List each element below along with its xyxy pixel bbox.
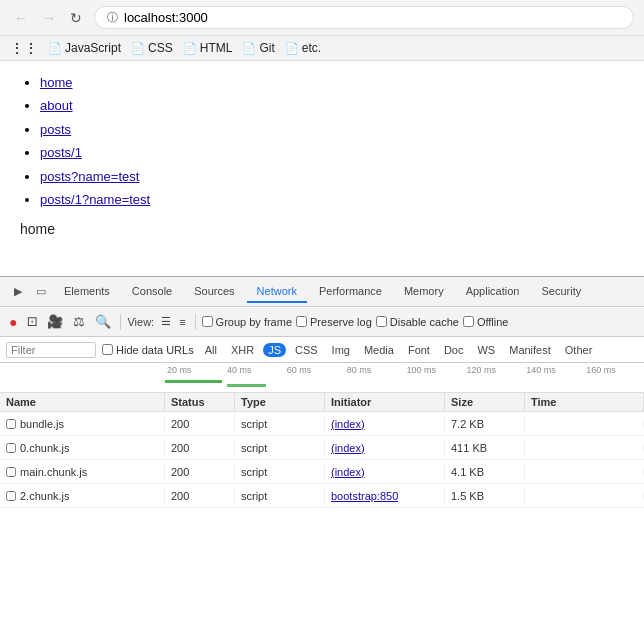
browser-toolbar: ← → ↻ ⓘ localhost:3000 bbox=[0, 0, 644, 36]
offline-checkbox-item[interactable]: Offline bbox=[463, 316, 509, 328]
filter-tags: AllXHRJSCSSImgMediaFontDocWSManifestOthe… bbox=[200, 343, 598, 357]
filter-tag-media[interactable]: Media bbox=[359, 343, 399, 357]
td-name: bundle.js bbox=[0, 415, 165, 433]
search-button[interactable]: 🔍 bbox=[92, 312, 114, 331]
th-type: Type bbox=[235, 393, 325, 411]
timeline-label: 100 ms bbox=[405, 365, 465, 375]
filter-tag-all[interactable]: All bbox=[200, 343, 222, 357]
filter-tag-xhr[interactable]: XHR bbox=[226, 343, 259, 357]
tab-memory[interactable]: Memory bbox=[394, 281, 454, 303]
offline-checkbox[interactable] bbox=[463, 316, 474, 327]
toolbar-separator-1 bbox=[120, 314, 121, 330]
filter-tag-doc[interactable]: Doc bbox=[439, 343, 469, 357]
group-by-frame-label: Group by frame bbox=[216, 316, 292, 328]
td-size: 4.1 KB bbox=[445, 463, 525, 481]
nav-link-about[interactable]: about bbox=[40, 98, 73, 113]
td-name: main.chunk.js bbox=[0, 463, 165, 481]
record-button[interactable]: ● bbox=[6, 312, 20, 332]
table-row[interactable]: 0.chunk.js 200 script (index) 411 KB bbox=[0, 436, 644, 460]
nav-link-posts_name_test[interactable]: posts?name=test bbox=[40, 169, 139, 184]
initiator-link[interactable]: (index) bbox=[331, 466, 365, 478]
view-list-button[interactable]: ☰ bbox=[158, 313, 174, 330]
devtools-toolbar: ● ⚀ 🎥 ⚖ 🔍 View: ☰ ≡ Group by frame Prese… bbox=[0, 307, 644, 337]
camera-button[interactable]: 🎥 bbox=[44, 312, 66, 331]
filter-tag-img[interactable]: Img bbox=[327, 343, 355, 357]
filter-tag-manifest[interactable]: Manifest bbox=[504, 343, 556, 357]
disable-cache-checkbox-item[interactable]: Disable cache bbox=[376, 316, 459, 328]
td-time bbox=[525, 469, 644, 475]
filter-tag-font[interactable]: Font bbox=[403, 343, 435, 357]
row-checkbox[interactable] bbox=[6, 467, 16, 477]
tab-console[interactable]: Console bbox=[122, 281, 182, 303]
timeline-bar-1 bbox=[165, 380, 222, 383]
timeline-label: 60 ms bbox=[285, 365, 345, 375]
group-by-frame-checkbox[interactable] bbox=[202, 316, 213, 327]
row-checkbox[interactable] bbox=[6, 419, 16, 429]
lock-icon: ⓘ bbox=[107, 10, 118, 25]
bookmark-html-label: HTML bbox=[200, 41, 233, 55]
tab-network[interactable]: Network bbox=[247, 281, 307, 303]
filter-tag-other[interactable]: Other bbox=[560, 343, 598, 357]
bookmark-html-icon: 📄 bbox=[183, 42, 197, 55]
td-size: 1.5 KB bbox=[445, 487, 525, 505]
preserve-log-checkbox-item[interactable]: Preserve log bbox=[296, 316, 372, 328]
table-header: Name Status Type Initiator Size Time bbox=[0, 393, 644, 412]
hide-data-urls-label: Hide data URLs bbox=[116, 344, 194, 356]
preserve-log-checkbox[interactable] bbox=[296, 316, 307, 327]
bookmark-javascript[interactable]: 📄 JavaScript bbox=[48, 41, 121, 55]
tab-elements[interactable]: Elements bbox=[54, 281, 120, 303]
forward-button[interactable]: → bbox=[38, 8, 60, 28]
td-type: script bbox=[235, 463, 325, 481]
hide-data-urls-item[interactable]: Hide data URLs bbox=[102, 344, 194, 356]
tab-security[interactable]: Security bbox=[531, 281, 591, 303]
nav-link-posts_1_name_test[interactable]: posts/1?name=test bbox=[40, 192, 150, 207]
th-status: Status bbox=[165, 393, 235, 411]
disable-cache-checkbox[interactable] bbox=[376, 316, 387, 327]
bookmark-etc[interactable]: 📄 etc. bbox=[285, 41, 321, 55]
filter-input[interactable] bbox=[6, 342, 96, 358]
td-type: script bbox=[235, 439, 325, 457]
devtools-inspector-icon[interactable]: ▶ bbox=[8, 285, 28, 298]
clear-button[interactable]: ⚀ bbox=[24, 313, 40, 331]
bookmark-etc-icon: 📄 bbox=[285, 42, 299, 55]
bookmark-git[interactable]: 📄 Git bbox=[242, 41, 274, 55]
view-grid-button[interactable]: ≡ bbox=[176, 313, 188, 330]
toolbar-separator-2 bbox=[195, 314, 196, 330]
nav-link-posts[interactable]: posts bbox=[40, 122, 71, 137]
bookmark-css-label: CSS bbox=[148, 41, 173, 55]
disable-cache-label: Disable cache bbox=[390, 316, 459, 328]
nav-link-posts_1[interactable]: posts/1 bbox=[40, 145, 82, 160]
filter-tag-css[interactable]: CSS bbox=[290, 343, 323, 357]
filter-bar: Hide data URLs AllXHRJSCSSImgMediaFontDo… bbox=[0, 337, 644, 363]
tab-sources[interactable]: Sources bbox=[184, 281, 244, 303]
hide-data-urls-checkbox[interactable] bbox=[102, 344, 113, 355]
bookmarks-bar: ⋮⋮ 📄 JavaScript 📄 CSS 📄 HTML 📄 Git 📄 etc… bbox=[0, 36, 644, 61]
address-bar[interactable]: ⓘ localhost:3000 bbox=[94, 6, 634, 29]
reload-button[interactable]: ↻ bbox=[66, 8, 86, 28]
row-checkbox[interactable] bbox=[6, 443, 16, 453]
initiator-link[interactable]: (index) bbox=[331, 418, 365, 430]
initiator-link[interactable]: (index) bbox=[331, 442, 365, 454]
url-text: localhost:3000 bbox=[124, 10, 208, 25]
tab-application[interactable]: Application bbox=[456, 281, 530, 303]
bookmark-html[interactable]: 📄 HTML bbox=[183, 41, 233, 55]
filter-button[interactable]: ⚖ bbox=[70, 312, 88, 331]
td-initiator: (index) bbox=[325, 415, 445, 433]
table-row[interactable]: main.chunk.js 200 script (index) 4.1 KB bbox=[0, 460, 644, 484]
group-by-frame-checkbox-item[interactable]: Group by frame bbox=[202, 316, 292, 328]
back-button[interactable]: ← bbox=[10, 8, 32, 28]
bookmark-css[interactable]: 📄 CSS bbox=[131, 41, 173, 55]
devtools-device-icon[interactable]: ▭ bbox=[30, 285, 52, 298]
row-checkbox[interactable] bbox=[6, 491, 16, 501]
filter-tag-js[interactable]: JS bbox=[263, 343, 286, 357]
tab-performance[interactable]: Performance bbox=[309, 281, 392, 303]
table-row[interactable]: bundle.js 200 script (index) 7.2 KB bbox=[0, 412, 644, 436]
filter-tag-ws[interactable]: WS bbox=[472, 343, 500, 357]
nav-link-home[interactable]: home bbox=[40, 75, 73, 90]
table-row[interactable]: 2.chunk.js 200 script bootstrap:850 1.5 … bbox=[0, 484, 644, 508]
initiator-link[interactable]: bootstrap:850 bbox=[331, 490, 398, 502]
nav-buttons: ← → ↻ bbox=[10, 8, 86, 28]
file-name: bundle.js bbox=[20, 418, 64, 430]
offline-label: Offline bbox=[477, 316, 509, 328]
td-time bbox=[525, 445, 644, 451]
